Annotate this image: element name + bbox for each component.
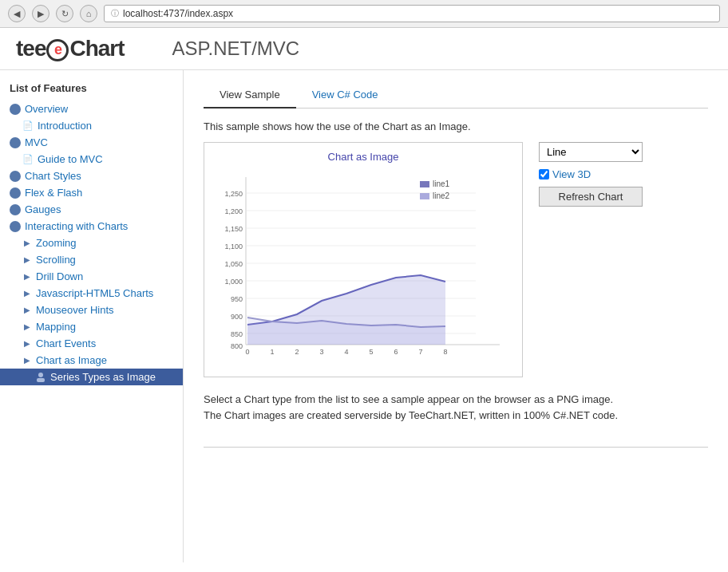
sample-description: This sample shows how the use of the Cha… (204, 120, 708, 132)
logo: teeeChart (16, 36, 125, 61)
refresh-chart-button[interactable]: Refresh Chart (539, 187, 643, 207)
sidebar-label-interacting: Interacting with Charts (25, 220, 128, 232)
svg-text:900: 900 (231, 313, 243, 321)
sidebar-item-mouseover[interactable]: ▶ Mouseover Hints (0, 302, 183, 318)
sidebar-item-mvc[interactable]: MVC (0, 134, 183, 151)
refresh-button[interactable]: ↻ (56, 5, 73, 22)
sidebar: List of Features Overview 📄 Introduction… (0, 70, 184, 562)
svg-text:1,250: 1,250 (224, 190, 243, 198)
sidebar-item-series-types[interactable]: Series Types as Image (0, 369, 183, 385)
sidebar-item-chart-as-image[interactable]: ▶ Chart as Image (0, 352, 183, 369)
scrolling-arrow-icon: ▶ (22, 255, 32, 265)
svg-text:1,000: 1,000 (224, 278, 243, 286)
sidebar-label-chartstyles: Chart Styles (25, 170, 81, 182)
back-button[interactable]: ◀ (8, 5, 26, 22)
legend-color-line1 (420, 181, 429, 187)
sidebar-label-guide: Guide to MVC (38, 153, 103, 165)
sidebar-item-flex-flash[interactable]: Flex & Flash (0, 184, 183, 201)
sidebar-label-chartevents: Chart Events (36, 337, 96, 349)
view3d-checkbox[interactable] (539, 169, 549, 179)
view3d-label-text: View 3D (552, 168, 591, 180)
chart-controls: Line Bar Area Pie Point View 3D Refresh … (539, 142, 643, 207)
sidebar-label-mouseover: Mouseover Hints (36, 304, 114, 316)
chart-type-select[interactable]: Line Bar Area Pie Point (539, 142, 643, 162)
url-text: localhost:4737/index.aspx (123, 8, 233, 19)
zooming-arrow-icon: ▶ (22, 239, 32, 248)
sidebar-label-overview: Overview (25, 103, 68, 115)
layout: List of Features Overview 📄 Introduction… (0, 70, 728, 562)
svg-rect-1 (37, 378, 45, 382)
chartimage-arrow-icon: ▶ (22, 356, 32, 365)
sidebar-item-mapping[interactable]: ▶ Mapping (0, 318, 183, 335)
logo-tee: tee (16, 36, 46, 61)
svg-point-0 (38, 373, 43, 377)
sidebar-item-drilldown[interactable]: ▶ Drill Down (0, 268, 183, 285)
js-arrow-icon: ▶ (22, 289, 32, 298)
sidebar-label-drilldown: Drill Down (36, 270, 83, 282)
sidebar-item-overview[interactable]: Overview (0, 101, 183, 117)
sidebar-label-series-types: Series Types as Image (50, 371, 156, 383)
svg-text:3: 3 (319, 348, 323, 356)
info-text: Select a Chart type from the list to see… (204, 392, 619, 423)
sidebar-label-introduction: Introduction (38, 120, 92, 132)
svg-text:800: 800 (231, 342, 243, 350)
guide-doc-icon: 📄 (22, 154, 34, 164)
chart-area: 1,250 1,200 1,150 1,100 1,050 1,000 950 … (212, 169, 514, 369)
svg-text:7: 7 (418, 348, 422, 356)
sidebar-item-introduction[interactable]: 📄 Introduction (0, 117, 183, 134)
gauges-icon (10, 204, 21, 215)
chart-panel: Chart as Image (204, 142, 708, 377)
lock-icon: ⓘ (111, 8, 119, 19)
chart-svg: 1,250 1,200 1,150 1,100 1,050 1,000 950 … (212, 169, 516, 365)
sidebar-label-mvc: MVC (25, 136, 48, 148)
footer-divider (204, 447, 708, 456)
sidebar-label-chartimage: Chart as Image (36, 354, 107, 366)
chart-title: Chart as Image (212, 151, 514, 163)
svg-text:1,200: 1,200 (224, 207, 243, 215)
app-title: ASP.NET/MVC (172, 37, 300, 60)
tab-view-sample[interactable]: View Sample (204, 82, 296, 108)
intro-doc-icon: 📄 (22, 120, 34, 131)
sidebar-item-js-html5[interactable]: ▶ Javascript-HTML5 Charts (0, 285, 183, 302)
svg-text:6: 6 (394, 348, 398, 356)
tabs-bar: View Sample View C# Code (204, 82, 708, 108)
legend-color-line2 (420, 193, 429, 199)
chartstyles-icon (10, 171, 21, 182)
svg-text:1: 1 (270, 348, 274, 356)
mvc-icon (10, 137, 21, 148)
address-bar[interactable]: ⓘ localhost:4737/index.aspx (104, 5, 720, 22)
chart-container: Chart as Image (204, 142, 523, 377)
logo-circle: e (46, 39, 69, 61)
home-button[interactable]: ⌂ (80, 5, 97, 22)
sidebar-item-scrolling[interactable]: ▶ Scrolling (0, 251, 183, 268)
sidebar-label-zooming: Zooming (36, 237, 77, 249)
sidebar-label-scrolling: Scrolling (36, 254, 76, 266)
flex-icon (10, 187, 21, 199)
forward-button[interactable]: ▶ (32, 5, 49, 22)
sidebar-label-gauges: Gauges (25, 203, 61, 215)
svg-text:5: 5 (369, 348, 373, 356)
tab-view-csharp[interactable]: View C# Code (296, 82, 394, 108)
browser-chrome: ◀ ▶ ↻ ⌂ ⓘ localhost:4737/index.aspx (0, 0, 728, 28)
sidebar-item-gauges[interactable]: Gauges (0, 201, 183, 218)
svg-text:4: 4 (344, 348, 348, 356)
sidebar-item-guide[interactable]: 📄 Guide to MVC (0, 151, 183, 168)
mapping-arrow-icon: ▶ (22, 322, 32, 332)
view3d-checkbox-label[interactable]: View 3D (539, 168, 643, 180)
svg-text:2: 2 (295, 348, 299, 356)
series-types-icons (35, 372, 46, 383)
sidebar-item-chart-events[interactable]: ▶ Chart Events (0, 335, 183, 352)
chartevents-arrow-icon: ▶ (22, 339, 32, 349)
logo-chart: Chart (69, 36, 124, 61)
main-content: View Sample View C# Code This sample sho… (184, 70, 728, 562)
drilldown-arrow-icon: ▶ (22, 272, 32, 282)
sidebar-label-js: Javascript-HTML5 Charts (36, 287, 153, 299)
svg-text:8: 8 (443, 348, 447, 356)
sidebar-item-chart-styles[interactable]: Chart Styles (0, 168, 183, 184)
svg-text:1,100: 1,100 (224, 243, 243, 250)
svg-text:850: 850 (231, 330, 243, 338)
sidebar-item-zooming[interactable]: ▶ Zooming (0, 235, 183, 251)
header: teeeChart ASP.NET/MVC (0, 28, 728, 70)
svg-text:0: 0 (245, 348, 249, 356)
sidebar-item-interacting[interactable]: Interacting with Charts (0, 218, 183, 235)
